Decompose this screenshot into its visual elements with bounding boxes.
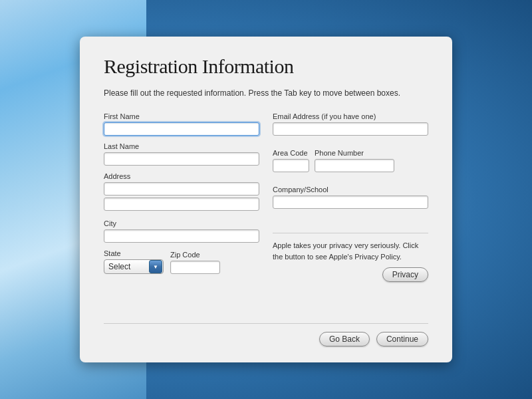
company-label: Company/School bbox=[273, 186, 428, 194]
first-name-group: First Name bbox=[104, 112, 259, 136]
continue-button[interactable]: Continue bbox=[376, 332, 428, 346]
form-right-column: Email Address (if you have one) Area Cod… bbox=[273, 112, 428, 307]
area-code-input[interactable] bbox=[273, 159, 309, 172]
privacy-section: Apple takes your privacy very seriously.… bbox=[273, 233, 428, 282]
right-col-inner: Email Address (if you have one) Area Cod… bbox=[273, 112, 428, 282]
zip-group: Zip Code bbox=[170, 251, 220, 274]
first-name-input[interactable] bbox=[104, 122, 259, 136]
zip-input[interactable] bbox=[170, 261, 220, 274]
page-subtitle: Please fill out the requested informatio… bbox=[104, 87, 428, 99]
city-label: City bbox=[104, 219, 259, 227]
form-body: First Name Last Name Address City State bbox=[104, 112, 428, 307]
email-input[interactable] bbox=[273, 122, 428, 136]
privacy-button[interactable]: Privacy bbox=[382, 267, 428, 282]
phone-group: Area Code Phone Number bbox=[273, 149, 428, 172]
company-group: Company/School bbox=[273, 186, 428, 209]
last-name-group: Last Name bbox=[104, 142, 259, 166]
registration-panel: Registration Information Please fill out… bbox=[80, 37, 452, 362]
phone-label: Phone Number bbox=[315, 149, 394, 157]
state-group: State Select ALAKAZAR CACOCTDE FLGAHIID … bbox=[104, 249, 164, 274]
state-label: State bbox=[104, 249, 164, 257]
email-label: Email Address (if you have one) bbox=[273, 112, 428, 120]
state-select[interactable]: Select ALAKAZAR CACOCTDE FLGAHIID ILINIA… bbox=[104, 259, 164, 274]
go-back-button[interactable]: Go Back bbox=[319, 332, 370, 346]
area-code-label: Area Code bbox=[273, 149, 309, 157]
phone-field: Phone Number bbox=[315, 149, 394, 172]
state-select-wrapper: Select ALAKAZAR CACOCTDE FLGAHIID ILINIA… bbox=[104, 259, 164, 274]
last-name-input[interactable] bbox=[104, 152, 259, 166]
email-group: Email Address (if you have one) bbox=[273, 112, 428, 136]
phone-input[interactable] bbox=[315, 159, 394, 172]
state-zip-row: State Select ALAKAZAR CACOCTDE FLGAHIID … bbox=[104, 249, 259, 274]
city-group: City bbox=[104, 219, 259, 243]
zip-label: Zip Code bbox=[170, 251, 220, 259]
city-input[interactable] bbox=[104, 229, 259, 243]
first-name-label: First Name bbox=[104, 112, 259, 120]
address-label: Address bbox=[104, 172, 259, 180]
address-line1-input[interactable] bbox=[104, 182, 259, 196]
last-name-label: Last Name bbox=[104, 142, 259, 150]
company-input[interactable] bbox=[273, 196, 428, 209]
page-title: Registration Information bbox=[104, 55, 428, 78]
privacy-text: Apple takes your privacy very seriously.… bbox=[273, 240, 428, 262]
phone-inline-fields: Area Code Phone Number bbox=[273, 149, 428, 172]
form-left-column: First Name Last Name Address City State bbox=[104, 112, 259, 307]
address-line2-input[interactable] bbox=[104, 198, 259, 211]
address-group: Address bbox=[104, 172, 259, 213]
footer: Go Back Continue bbox=[104, 323, 428, 346]
area-code-field: Area Code bbox=[273, 149, 309, 172]
